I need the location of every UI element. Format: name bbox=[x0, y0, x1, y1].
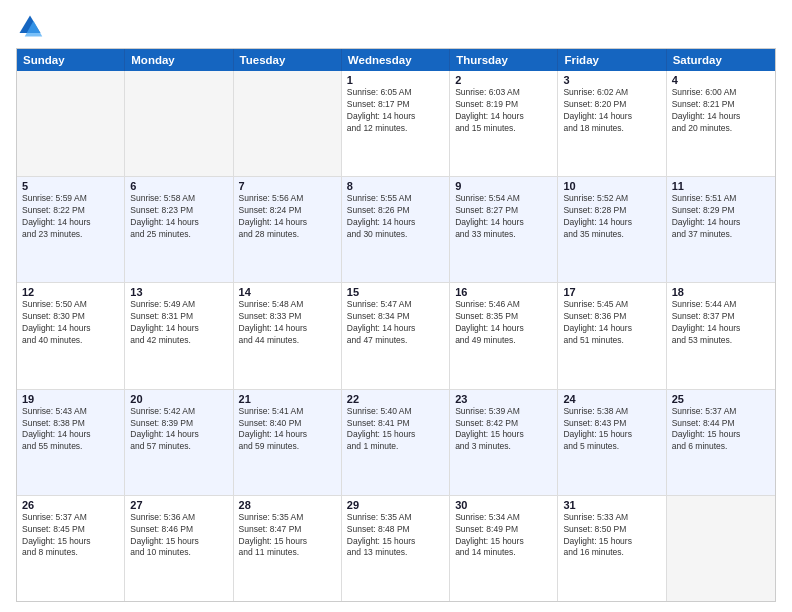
day-info: Sunrise: 5:36 AM Sunset: 8:46 PM Dayligh… bbox=[130, 512, 227, 560]
cal-cell-31: 31Sunrise: 5:33 AM Sunset: 8:50 PM Dayli… bbox=[558, 496, 666, 601]
day-info: Sunrise: 6:05 AM Sunset: 8:17 PM Dayligh… bbox=[347, 87, 444, 135]
header-cell-saturday: Saturday bbox=[667, 49, 775, 71]
cal-cell-empty-0-1 bbox=[125, 71, 233, 176]
cal-cell-empty-0-2 bbox=[234, 71, 342, 176]
day-number: 1 bbox=[347, 74, 444, 86]
day-number: 28 bbox=[239, 499, 336, 511]
logo bbox=[16, 12, 48, 40]
header-cell-friday: Friday bbox=[558, 49, 666, 71]
cal-cell-26: 26Sunrise: 5:37 AM Sunset: 8:45 PM Dayli… bbox=[17, 496, 125, 601]
cal-cell-15: 15Sunrise: 5:47 AM Sunset: 8:34 PM Dayli… bbox=[342, 283, 450, 388]
day-info: Sunrise: 5:45 AM Sunset: 8:36 PM Dayligh… bbox=[563, 299, 660, 347]
cal-cell-13: 13Sunrise: 5:49 AM Sunset: 8:31 PM Dayli… bbox=[125, 283, 233, 388]
cal-cell-18: 18Sunrise: 5:44 AM Sunset: 8:37 PM Dayli… bbox=[667, 283, 775, 388]
cal-cell-empty-0-0 bbox=[17, 71, 125, 176]
day-number: 22 bbox=[347, 393, 444, 405]
day-info: Sunrise: 5:52 AM Sunset: 8:28 PM Dayligh… bbox=[563, 193, 660, 241]
day-info: Sunrise: 5:43 AM Sunset: 8:38 PM Dayligh… bbox=[22, 406, 119, 454]
cal-row-4: 26Sunrise: 5:37 AM Sunset: 8:45 PM Dayli… bbox=[17, 496, 775, 601]
day-number: 15 bbox=[347, 286, 444, 298]
cal-cell-16: 16Sunrise: 5:46 AM Sunset: 8:35 PM Dayli… bbox=[450, 283, 558, 388]
day-info: Sunrise: 5:40 AM Sunset: 8:41 PM Dayligh… bbox=[347, 406, 444, 454]
header bbox=[16, 12, 776, 40]
day-number: 25 bbox=[672, 393, 770, 405]
cal-row-1: 5Sunrise: 5:59 AM Sunset: 8:22 PM Daylig… bbox=[17, 177, 775, 283]
cal-cell-2: 2Sunrise: 6:03 AM Sunset: 8:19 PM Daylig… bbox=[450, 71, 558, 176]
day-info: Sunrise: 5:58 AM Sunset: 8:23 PM Dayligh… bbox=[130, 193, 227, 241]
header-cell-sunday: Sunday bbox=[17, 49, 125, 71]
day-number: 29 bbox=[347, 499, 444, 511]
cal-cell-5: 5Sunrise: 5:59 AM Sunset: 8:22 PM Daylig… bbox=[17, 177, 125, 282]
day-info: Sunrise: 5:54 AM Sunset: 8:27 PM Dayligh… bbox=[455, 193, 552, 241]
day-info: Sunrise: 5:35 AM Sunset: 8:47 PM Dayligh… bbox=[239, 512, 336, 560]
day-info: Sunrise: 5:41 AM Sunset: 8:40 PM Dayligh… bbox=[239, 406, 336, 454]
cal-cell-1: 1Sunrise: 6:05 AM Sunset: 8:17 PM Daylig… bbox=[342, 71, 450, 176]
cal-row-3: 19Sunrise: 5:43 AM Sunset: 8:38 PM Dayli… bbox=[17, 390, 775, 496]
day-number: 26 bbox=[22, 499, 119, 511]
day-number: 30 bbox=[455, 499, 552, 511]
day-number: 4 bbox=[672, 74, 770, 86]
cal-cell-17: 17Sunrise: 5:45 AM Sunset: 8:36 PM Dayli… bbox=[558, 283, 666, 388]
day-number: 23 bbox=[455, 393, 552, 405]
cal-cell-10: 10Sunrise: 5:52 AM Sunset: 8:28 PM Dayli… bbox=[558, 177, 666, 282]
cal-cell-4: 4Sunrise: 6:00 AM Sunset: 8:21 PM Daylig… bbox=[667, 71, 775, 176]
cal-cell-27: 27Sunrise: 5:36 AM Sunset: 8:46 PM Dayli… bbox=[125, 496, 233, 601]
day-number: 14 bbox=[239, 286, 336, 298]
cal-cell-25: 25Sunrise: 5:37 AM Sunset: 8:44 PM Dayli… bbox=[667, 390, 775, 495]
cal-cell-24: 24Sunrise: 5:38 AM Sunset: 8:43 PM Dayli… bbox=[558, 390, 666, 495]
header-cell-tuesday: Tuesday bbox=[234, 49, 342, 71]
cal-cell-22: 22Sunrise: 5:40 AM Sunset: 8:41 PM Dayli… bbox=[342, 390, 450, 495]
day-number: 12 bbox=[22, 286, 119, 298]
day-number: 5 bbox=[22, 180, 119, 192]
day-number: 19 bbox=[22, 393, 119, 405]
cal-cell-20: 20Sunrise: 5:42 AM Sunset: 8:39 PM Dayli… bbox=[125, 390, 233, 495]
cal-cell-29: 29Sunrise: 5:35 AM Sunset: 8:48 PM Dayli… bbox=[342, 496, 450, 601]
cal-cell-14: 14Sunrise: 5:48 AM Sunset: 8:33 PM Dayli… bbox=[234, 283, 342, 388]
day-info: Sunrise: 5:47 AM Sunset: 8:34 PM Dayligh… bbox=[347, 299, 444, 347]
cal-cell-21: 21Sunrise: 5:41 AM Sunset: 8:40 PM Dayli… bbox=[234, 390, 342, 495]
day-info: Sunrise: 6:03 AM Sunset: 8:19 PM Dayligh… bbox=[455, 87, 552, 135]
day-info: Sunrise: 5:38 AM Sunset: 8:43 PM Dayligh… bbox=[563, 406, 660, 454]
calendar-header-row: SundayMondayTuesdayWednesdayThursdayFrid… bbox=[17, 49, 775, 71]
day-info: Sunrise: 5:35 AM Sunset: 8:48 PM Dayligh… bbox=[347, 512, 444, 560]
day-number: 31 bbox=[563, 499, 660, 511]
cal-row-0: 1Sunrise: 6:05 AM Sunset: 8:17 PM Daylig… bbox=[17, 71, 775, 177]
day-info: Sunrise: 5:48 AM Sunset: 8:33 PM Dayligh… bbox=[239, 299, 336, 347]
day-number: 27 bbox=[130, 499, 227, 511]
day-info: Sunrise: 5:50 AM Sunset: 8:30 PM Dayligh… bbox=[22, 299, 119, 347]
day-number: 16 bbox=[455, 286, 552, 298]
cal-cell-7: 7Sunrise: 5:56 AM Sunset: 8:24 PM Daylig… bbox=[234, 177, 342, 282]
cal-cell-9: 9Sunrise: 5:54 AM Sunset: 8:27 PM Daylig… bbox=[450, 177, 558, 282]
day-number: 3 bbox=[563, 74, 660, 86]
day-info: Sunrise: 5:39 AM Sunset: 8:42 PM Dayligh… bbox=[455, 406, 552, 454]
day-number: 11 bbox=[672, 180, 770, 192]
day-info: Sunrise: 5:56 AM Sunset: 8:24 PM Dayligh… bbox=[239, 193, 336, 241]
cal-cell-12: 12Sunrise: 5:50 AM Sunset: 8:30 PM Dayli… bbox=[17, 283, 125, 388]
day-info: Sunrise: 6:02 AM Sunset: 8:20 PM Dayligh… bbox=[563, 87, 660, 135]
day-info: Sunrise: 5:37 AM Sunset: 8:44 PM Dayligh… bbox=[672, 406, 770, 454]
day-number: 13 bbox=[130, 286, 227, 298]
day-info: Sunrise: 5:37 AM Sunset: 8:45 PM Dayligh… bbox=[22, 512, 119, 560]
day-info: Sunrise: 5:49 AM Sunset: 8:31 PM Dayligh… bbox=[130, 299, 227, 347]
day-number: 2 bbox=[455, 74, 552, 86]
day-number: 24 bbox=[563, 393, 660, 405]
day-info: Sunrise: 5:33 AM Sunset: 8:50 PM Dayligh… bbox=[563, 512, 660, 560]
cal-cell-23: 23Sunrise: 5:39 AM Sunset: 8:42 PM Dayli… bbox=[450, 390, 558, 495]
day-info: Sunrise: 5:55 AM Sunset: 8:26 PM Dayligh… bbox=[347, 193, 444, 241]
day-info: Sunrise: 6:00 AM Sunset: 8:21 PM Dayligh… bbox=[672, 87, 770, 135]
day-number: 8 bbox=[347, 180, 444, 192]
cal-cell-28: 28Sunrise: 5:35 AM Sunset: 8:47 PM Dayli… bbox=[234, 496, 342, 601]
day-number: 18 bbox=[672, 286, 770, 298]
cal-cell-3: 3Sunrise: 6:02 AM Sunset: 8:20 PM Daylig… bbox=[558, 71, 666, 176]
day-info: Sunrise: 5:44 AM Sunset: 8:37 PM Dayligh… bbox=[672, 299, 770, 347]
header-cell-monday: Monday bbox=[125, 49, 233, 71]
cal-cell-8: 8Sunrise: 5:55 AM Sunset: 8:26 PM Daylig… bbox=[342, 177, 450, 282]
calendar-body: 1Sunrise: 6:05 AM Sunset: 8:17 PM Daylig… bbox=[17, 71, 775, 601]
day-info: Sunrise: 5:59 AM Sunset: 8:22 PM Dayligh… bbox=[22, 193, 119, 241]
cal-cell-11: 11Sunrise: 5:51 AM Sunset: 8:29 PM Dayli… bbox=[667, 177, 775, 282]
day-info: Sunrise: 5:34 AM Sunset: 8:49 PM Dayligh… bbox=[455, 512, 552, 560]
day-number: 21 bbox=[239, 393, 336, 405]
day-number: 7 bbox=[239, 180, 336, 192]
day-number: 17 bbox=[563, 286, 660, 298]
day-info: Sunrise: 5:46 AM Sunset: 8:35 PM Dayligh… bbox=[455, 299, 552, 347]
